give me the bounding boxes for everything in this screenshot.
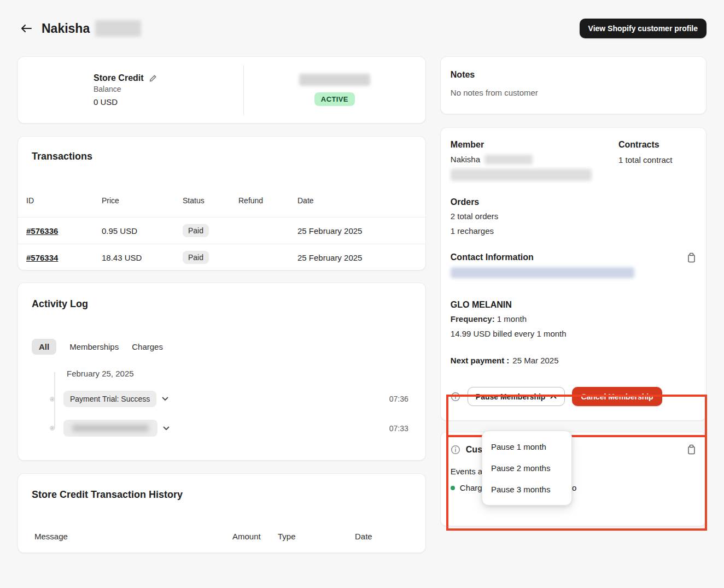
copy-clipboard-icon[interactable] [687, 444, 696, 455]
transaction-price: 18.43 USD [102, 253, 183, 262]
member-card: Member Nakisha Contracts 1 total contrac… [440, 127, 707, 421]
back-arrow-icon [21, 24, 32, 33]
next-payment-label: Next payment : [451, 356, 510, 365]
pause-membership-button[interactable]: Pause Membership [468, 387, 565, 406]
event-label: Payment Trial: Success [63, 391, 156, 407]
page-header: Nakisha View Shopify customer profile [17, 19, 707, 38]
member-block: Member Nakisha [451, 140, 592, 183]
transaction-date: 25 February 2025 [297, 253, 412, 262]
store-credit-history-card: Store Credit Transaction History Message… [17, 473, 426, 553]
tab-all[interactable]: All [32, 339, 56, 355]
column-message: Message [34, 532, 232, 541]
column-amount: Amount [232, 532, 278, 541]
activity-timeline: February 25, 2025 Payment Trial: Success… [32, 369, 412, 437]
transactions-table-body: #576336 0.95 USD Paid 25 February 2025 #… [18, 217, 425, 271]
activity-log-title: Activity Log [32, 298, 412, 310]
transactions-card: Transactions ID Price Status Refund Date… [17, 136, 426, 271]
transaction-id-link[interactable]: #576334 [26, 253, 102, 262]
chevron-up-icon [550, 395, 557, 399]
orders-block: Orders 2 total orders 1 recharges [451, 197, 696, 237]
redacted-text [72, 425, 149, 432]
redacted-member-last-name [484, 155, 533, 164]
chevron-down-icon[interactable] [162, 397, 168, 401]
redacted-contact-email [451, 267, 634, 278]
transaction-price: 0.95 USD [102, 226, 183, 236]
column-refund: Refund [238, 196, 297, 205]
contact-title: Contact Information [451, 252, 634, 262]
edit-pencil-icon[interactable] [149, 74, 157, 83]
notes-title: Notes [451, 70, 696, 80]
event-time: 07:33 [389, 424, 412, 433]
timeline-event: 07:33 [50, 420, 412, 437]
timeline-dot [50, 426, 55, 431]
customer-profile-page: Nakisha View Shopify customer profile St… [0, 19, 724, 588]
member-title: Member [451, 140, 592, 150]
timeline-date-group: February 25, 2025 [67, 369, 412, 378]
orders-total: 2 total orders [451, 210, 696, 222]
transaction-date: 25 February 2025 [297, 226, 412, 236]
column-type: Type [278, 532, 355, 541]
frequency-value: 1 month [497, 314, 527, 324]
transaction-id-link[interactable]: #576336 [26, 226, 102, 236]
transaction-status-badge: Paid [183, 251, 209, 264]
next-payment-value: 25 Mar 2025 [512, 356, 558, 365]
column-date: Date [297, 196, 412, 205]
contracts-block: Contracts 1 total contract [618, 140, 696, 183]
notes-empty-text: No notes from customer [451, 88, 696, 97]
redacted-last-name [95, 20, 141, 37]
redacted-member-detail [451, 169, 592, 181]
store-credit-subtitle: Balance [94, 85, 243, 93]
member-name: Nakisha [451, 154, 480, 165]
pause-membership-label: Pause Membership [476, 392, 546, 401]
billing-text: 14.99 USD billed every 1 month [451, 328, 696, 339]
orders-recharges: 1 recharges [451, 225, 696, 237]
orders-title: Orders [451, 197, 696, 207]
view-shopify-profile-button[interactable]: View Shopify customer profile [580, 19, 707, 38]
activity-log-card: Activity Log All Memberships Charges Feb… [17, 283, 426, 461]
store-credit-title: Store Credit [94, 73, 144, 83]
column-id: ID [26, 196, 102, 205]
contracts-value: 1 total contract [618, 154, 696, 166]
pause-membership-dropdown: Pause 1 month Pause 2 months Pause 3 mon… [482, 431, 572, 505]
back-button[interactable] [17, 23, 35, 34]
page-title: Nakisha [42, 21, 90, 36]
activity-log-tabs: All Memberships Charges [32, 339, 412, 355]
menu-item-pause-1-month[interactable]: Pause 1 month [482, 436, 571, 457]
plan-block: GLO MELANIN Frequency: 1 month 14.99 USD… [451, 300, 696, 339]
transactions-title: Transactions [32, 151, 412, 162]
right-column: Notes No notes from customer Member Naki… [440, 56, 707, 553]
info-icon [451, 445, 460, 455]
copy-clipboard-icon[interactable] [687, 252, 696, 263]
transaction-status-badge: Paid [183, 224, 209, 237]
menu-item-pause-2-months[interactable]: Pause 2 months [482, 457, 571, 479]
contracts-title: Contracts [618, 140, 696, 150]
redacted-membership-name [299, 74, 370, 86]
store-credit-card: Store Credit Balance 0 USD ACTIVE [17, 56, 426, 124]
event-time: 07:36 [389, 395, 412, 403]
status-badge: ACTIVE [314, 92, 355, 106]
menu-item-pause-3-months[interactable]: Pause 3 months [482, 479, 571, 500]
plan-name: GLO MELANIN [451, 300, 696, 310]
history-table-header: Message Amount Type Date [26, 532, 412, 541]
info-icon [451, 392, 460, 402]
table-row: #576336 0.95 USD Paid 25 February 2025 [18, 217, 425, 244]
column-status: Status [183, 196, 238, 205]
membership-status-block: ACTIVE [244, 74, 425, 106]
store-credit-amount: 0 USD [94, 97, 243, 107]
tab-charges[interactable]: Charges [132, 339, 163, 355]
transactions-table-header: ID Price Status Refund Date [18, 195, 425, 207]
store-credit-balance-block: Store Credit Balance 0 USD [18, 73, 243, 107]
tab-memberships[interactable]: Memberships [69, 339, 119, 355]
table-row: #576334 18.43 USD Paid 25 February 2025 [18, 244, 425, 271]
chevron-down-icon[interactable] [163, 426, 170, 431]
notes-card: Notes No notes from customer [440, 56, 707, 114]
store-credit-history-title: Store Credit Transaction History [32, 489, 412, 501]
redacted-event-label [63, 420, 157, 437]
timeline-event: Payment Trial: Success 07:36 [50, 391, 412, 407]
customer-portal-card: Customer Portal Link Events are being se… [440, 432, 707, 526]
cancel-membership-button[interactable]: Cancel Membership [572, 387, 662, 406]
column-date: Date [355, 532, 412, 541]
left-column: Store Credit Balance 0 USD ACTIVE Transa… [17, 56, 426, 553]
content-columns: Store Credit Balance 0 USD ACTIVE Transa… [0, 56, 724, 553]
status-dot-icon [451, 486, 455, 490]
